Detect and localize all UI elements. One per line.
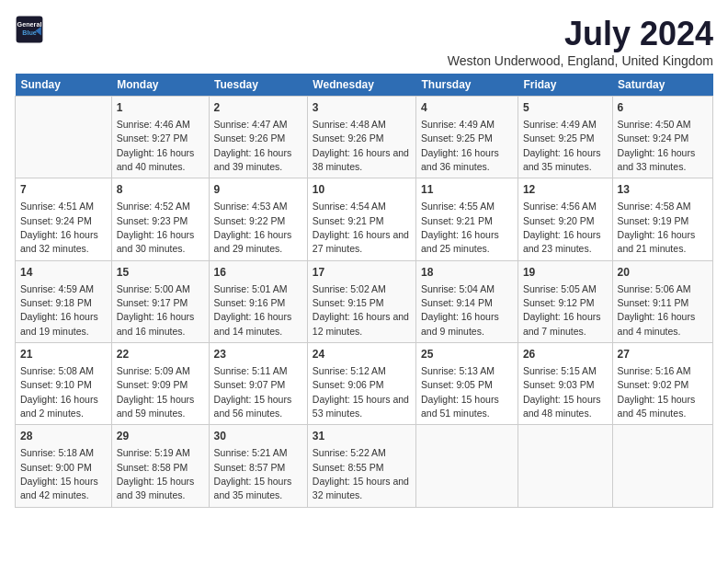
column-header-monday: Monday [111,74,209,97]
sunset: Sunset: 9:02 PM [618,379,689,390]
daylight: Daylight: 16 hours and 35 minutes. [523,147,601,172]
day-number: 18 [421,265,513,281]
sunrise: Sunrise: 5:11 AM [214,365,288,376]
logo-icon: General Blue [15,15,44,44]
day-number: 29 [117,429,204,444]
subtitle: Weston Underwood, England, United Kingdo… [448,53,713,68]
day-number: 25 [421,347,513,362]
calendar-cell: 10 Sunrise: 4:54 AM Sunset: 9:21 PM Dayl… [307,178,415,260]
daylight: Daylight: 16 hours and 2 minutes. [20,394,98,419]
calendar-cell: 1 Sunrise: 4:46 AM Sunset: 9:27 PM Dayli… [111,97,209,178]
week-row-5: 28 Sunrise: 5:18 AM Sunset: 9:00 PM Dayl… [16,425,713,507]
day-number: 4 [421,100,513,116]
calendar-cell: 30 Sunrise: 5:21 AM Sunset: 8:57 PM Dayl… [209,425,307,507]
sunrise: Sunrise: 5:05 AM [523,283,597,294]
day-number: 27 [618,347,708,362]
day-number: 9 [214,182,302,198]
day-number: 6 [618,100,708,116]
calendar-cell: 8 Sunrise: 4:52 AM Sunset: 9:23 PM Dayli… [111,178,209,260]
column-header-sunday: Sunday [16,74,112,97]
day-number: 13 [618,182,708,198]
day-number: 11 [421,182,513,198]
day-number: 10 [313,182,411,198]
calendar-cell: 20 Sunrise: 5:06 AM Sunset: 9:11 PM Dayl… [612,260,712,342]
sunrise: Sunrise: 5:13 AM [421,365,495,376]
sunset: Sunset: 9:10 PM [20,379,92,390]
daylight: Daylight: 16 hours and 4 minutes. [618,311,696,336]
daylight: Daylight: 15 hours and 35 minutes. [214,476,292,500]
sunset: Sunset: 9:26 PM [313,132,384,144]
calendar-body: 1 Sunrise: 4:46 AM Sunset: 9:27 PM Dayli… [16,97,713,508]
day-number: 28 [20,429,107,444]
sunset: Sunset: 9:07 PM [214,379,286,390]
daylight: Daylight: 15 hours and 32 minutes. [313,476,409,500]
daylight: Daylight: 15 hours and 39 minutes. [117,476,195,500]
day-number: 15 [117,265,204,281]
calendar-cell: 9 Sunrise: 4:53 AM Sunset: 9:22 PM Dayli… [209,178,307,260]
daylight: Daylight: 16 hours and 30 minutes. [117,229,195,254]
sunset: Sunset: 8:55 PM [313,462,384,473]
calendar-cell: 5 Sunrise: 4:49 AM Sunset: 9:25 PM Dayli… [518,97,612,178]
sunrise: Sunrise: 5:06 AM [618,283,691,294]
column-header-friday: Friday [518,74,612,97]
sunrise: Sunrise: 5:15 AM [523,365,597,376]
sunrise: Sunrise: 4:54 AM [313,201,386,212]
sunrise: Sunrise: 4:55 AM [421,201,495,212]
calendar-cell [416,425,518,507]
sunset: Sunset: 9:05 PM [421,379,493,390]
column-header-tuesday: Tuesday [209,74,307,97]
daylight: Daylight: 16 hours and 36 minutes. [421,147,499,172]
daylight: Daylight: 16 hours and 12 minutes. [313,311,409,336]
day-number: 19 [523,265,608,281]
calendar-cell: 31 Sunrise: 5:22 AM Sunset: 8:55 PM Dayl… [307,425,415,507]
sunset: Sunset: 9:09 PM [117,379,188,390]
sunrise: Sunrise: 4:49 AM [421,119,495,130]
sunrise: Sunrise: 4:56 AM [523,201,597,212]
calendar-cell: 2 Sunrise: 4:47 AM Sunset: 9:26 PM Dayli… [209,97,307,178]
calendar-cell: 13 Sunrise: 4:58 AM Sunset: 9:19 PM Dayl… [612,178,712,260]
sunset: Sunset: 9:24 PM [618,132,689,144]
sunset: Sunset: 9:20 PM [523,215,595,226]
sunrise: Sunrise: 4:51 AM [20,201,94,212]
sunrise: Sunrise: 5:12 AM [313,365,386,376]
daylight: Daylight: 16 hours and 32 minutes. [20,229,98,254]
calendar-cell: 15 Sunrise: 5:00 AM Sunset: 9:17 PM Dayl… [111,260,209,342]
daylight: Daylight: 16 hours and 33 minutes. [618,147,696,172]
calendar-cell [518,425,612,507]
calendar-table: SundayMondayTuesdayWednesdayThursdayFrid… [15,74,713,508]
sunrise: Sunrise: 5:08 AM [20,365,94,376]
day-number: 22 [117,347,204,362]
sunset: Sunset: 9:12 PM [523,297,595,308]
sunset: Sunset: 9:26 PM [214,132,286,144]
calendar-cell: 14 Sunrise: 4:59 AM Sunset: 9:18 PM Dayl… [16,260,112,342]
calendar-cell: 11 Sunrise: 4:55 AM Sunset: 9:21 PM Dayl… [416,178,518,260]
sunrise: Sunrise: 5:16 AM [618,365,691,376]
day-number: 14 [20,265,107,281]
daylight: Daylight: 16 hours and 23 minutes. [523,229,601,254]
week-row-4: 21 Sunrise: 5:08 AM Sunset: 9:10 PM Dayl… [16,343,713,425]
calendar-cell: 18 Sunrise: 5:04 AM Sunset: 9:14 PM Dayl… [416,260,518,342]
calendar-cell: 28 Sunrise: 5:18 AM Sunset: 9:00 PM Dayl… [16,425,112,507]
sunset: Sunset: 9:17 PM [117,297,188,308]
calendar-cell: 12 Sunrise: 4:56 AM Sunset: 9:20 PM Dayl… [518,178,612,260]
daylight: Daylight: 15 hours and 59 minutes. [117,394,195,419]
sunrise: Sunrise: 5:02 AM [313,283,386,294]
day-number: 3 [313,100,411,116]
daylight: Daylight: 15 hours and 56 minutes. [214,394,292,419]
daylight: Daylight: 16 hours and 19 minutes. [20,311,98,336]
sunset: Sunset: 9:21 PM [313,215,384,226]
sunset: Sunset: 9:03 PM [523,379,595,390]
sunrise: Sunrise: 5:09 AM [117,365,190,376]
svg-text:Blue: Blue [22,29,37,37]
day-number: 2 [214,100,302,116]
daylight: Daylight: 16 hours and 29 minutes. [214,229,292,254]
calendar-cell: 6 Sunrise: 4:50 AM Sunset: 9:24 PM Dayli… [612,97,712,178]
sunset: Sunset: 8:57 PM [214,462,286,473]
day-number: 21 [20,347,107,362]
calendar-cell: 24 Sunrise: 5:12 AM Sunset: 9:06 PM Dayl… [307,343,415,425]
logo: General Blue [15,15,44,44]
day-number: 20 [618,265,708,281]
sunset: Sunset: 9:19 PM [618,215,689,226]
sunset: Sunset: 9:25 PM [421,132,493,144]
calendar-cell: 21 Sunrise: 5:08 AM Sunset: 9:10 PM Dayl… [16,343,112,425]
